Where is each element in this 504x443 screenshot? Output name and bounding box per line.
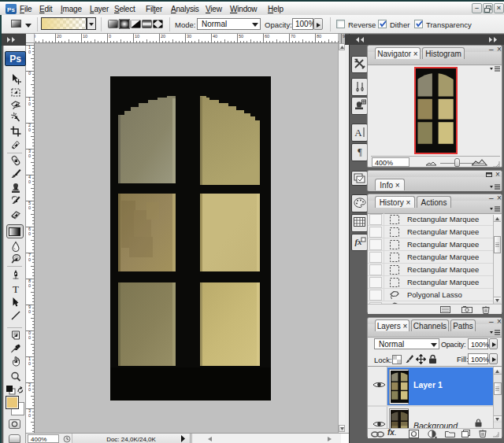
svg-text:¶: ¶ xyxy=(358,146,362,157)
svg-text:T: T xyxy=(13,282,19,294)
svg-text:Ps: Ps xyxy=(9,54,21,65)
svg-text:Ps: Ps xyxy=(7,6,15,13)
svg-text:A: A xyxy=(354,127,362,138)
